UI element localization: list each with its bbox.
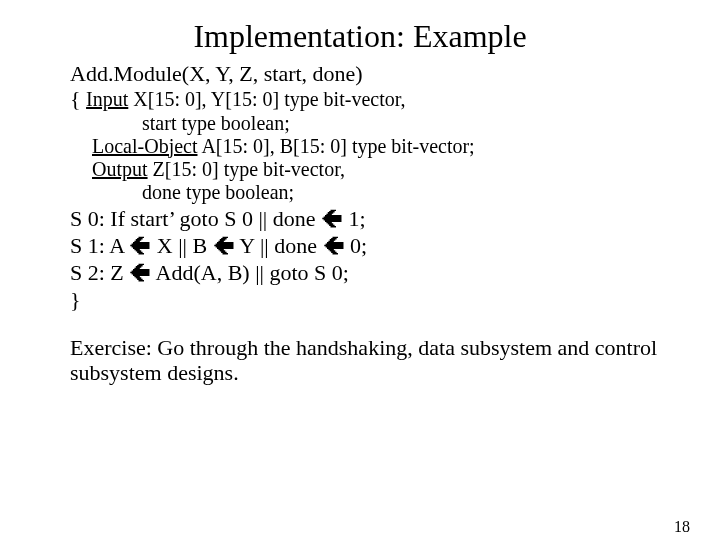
input-keyword: Input bbox=[86, 88, 128, 110]
exercise-text: Exercise: Go through the handshaking, da… bbox=[70, 335, 670, 386]
left-arrow-icon: 🡸 bbox=[129, 260, 151, 285]
local-decl: Local-Object A[15: 0], B[15: 0] type bit… bbox=[92, 135, 670, 158]
s1-text-b: X || B bbox=[151, 233, 212, 258]
s0-text-b: 1; bbox=[343, 206, 366, 231]
left-arrow-icon: 🡸 bbox=[323, 233, 345, 258]
close-brace: } bbox=[70, 287, 670, 312]
state-s2: S 2: Z 🡸 Add(A, B) || goto S 0; bbox=[70, 260, 670, 285]
local-rest: A[15: 0], B[15: 0] type bit-vector; bbox=[198, 135, 475, 157]
output-decl: Output Z[15: 0] type bit-vector, bbox=[92, 158, 670, 181]
slide-body: Add.Module(X, Y, Z, start, done) { Input… bbox=[70, 61, 670, 385]
open-brace: { bbox=[70, 86, 81, 111]
input-rest: X[15: 0], Y[15: 0] type bit-vector, bbox=[128, 88, 405, 110]
slide-title: Implementation: Example bbox=[0, 18, 720, 55]
start-decl: start type boolean; bbox=[142, 112, 670, 135]
left-arrow-icon: 🡸 bbox=[321, 206, 343, 231]
s1-text-d: 0; bbox=[345, 233, 368, 258]
s2-text-a: S 2: Z bbox=[70, 260, 129, 285]
local-keyword: Local-Object bbox=[92, 135, 198, 157]
declarations-block: { Input X[15: 0], Y[15: 0] type bit-vect… bbox=[70, 86, 670, 111]
s2-text-b: Add(A, B) || goto S 0; bbox=[151, 260, 349, 285]
s1-text-a: S 1: A bbox=[70, 233, 129, 258]
module-signature: Add.Module(X, Y, Z, start, done) bbox=[70, 61, 670, 86]
page-number: 18 bbox=[674, 518, 690, 536]
output-keyword: Output bbox=[92, 158, 148, 180]
done-decl: done type boolean; bbox=[142, 181, 670, 204]
state-s0: S 0: If start’ goto S 0 || done 🡸 1; bbox=[70, 206, 670, 231]
left-arrow-icon: 🡸 bbox=[129, 233, 151, 258]
left-arrow-icon: 🡸 bbox=[213, 233, 235, 258]
s1-text-c: Y || done bbox=[235, 233, 323, 258]
input-decl: Input X[15: 0], Y[15: 0] type bit-vector… bbox=[86, 88, 406, 110]
output-rest: Z[15: 0] type bit-vector, bbox=[148, 158, 345, 180]
s0-text-a: S 0: If start’ goto S 0 || done bbox=[70, 206, 321, 231]
state-s1: S 1: A 🡸 X || B 🡸 Y || done 🡸 0; bbox=[70, 233, 670, 258]
